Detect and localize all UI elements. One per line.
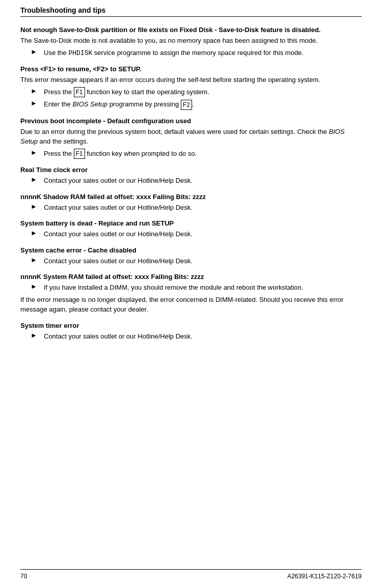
page-title: Troubleshooting and tips	[20, 6, 105, 14]
section-heading-5: nnnnK Shadow RAM failed at offset: xxxx …	[20, 193, 362, 201]
section-heading-3: Previous boot incomplete - Default confi…	[20, 117, 362, 125]
footer-doc-number: A26391-K115-Z120-2-7619	[287, 573, 362, 580]
bullet-text: Press the F1 function key to start the o…	[44, 87, 209, 98]
bullet-arrow-icon: ►	[31, 256, 41, 266]
section-heading-1: Not enough Save-to-Disk partition or fil…	[20, 26, 362, 34]
bullet-arrow-icon: ►	[31, 203, 41, 213]
section-cache-error: System cache error - Cache disabled ► Co…	[20, 246, 362, 266]
list-item: ► Enter the BIOS Setup programme by pres…	[20, 99, 362, 110]
section-3-para-1: Due to an error during the previous syst…	[20, 127, 362, 147]
list-item: ► Press the F1 function key to start the…	[20, 87, 362, 98]
section-2-para-1: This error message appears if an error o…	[20, 75, 362, 85]
section-system-ram: nnnnK System RAM failed at offset: xxxx …	[20, 273, 362, 315]
list-item: ► Contact your sales outlet or our Hotli…	[20, 176, 362, 186]
section-system-timer: System timer error ► Contact your sales …	[20, 322, 362, 342]
bullet-text: Contact your sales outlet or our Hotline…	[44, 176, 193, 186]
bullet-text: Use the PHDISK service programme to assi…	[44, 48, 304, 59]
bullet-text: Contact your sales outlet or our Hotline…	[44, 229, 193, 239]
page-header: Troubleshooting and tips	[20, 0, 362, 17]
bullet-text: Contact your sales outlet or our Hotline…	[44, 203, 193, 213]
section-system-battery: System battery is dead - Replace and run…	[20, 219, 362, 239]
bullet-text: Contact your sales outlet or our Hotline…	[44, 331, 193, 342]
list-item: ► Use the PHDISK service programme to as…	[20, 48, 362, 59]
list-item: ► If you have installed a DIMM, you shou…	[20, 283, 362, 293]
section-heading-6: System battery is dead - Replace and run…	[20, 219, 362, 227]
bullet-text: Enter the BIOS Setup programme by pressi…	[44, 99, 194, 110]
bullet-text: Contact your sales outlet or our Hotline…	[44, 256, 193, 266]
bullet-arrow-icon: ►	[31, 48, 41, 59]
section-heading-2: Press <F1> to resume, <F2> to SETUP.	[20, 65, 362, 73]
section-shadow-ram: nnnnK Shadow RAM failed at offset: xxxx …	[20, 193, 362, 213]
bullet-arrow-icon: ►	[31, 99, 41, 110]
footer-page-number: 70	[20, 573, 27, 580]
bullet-arrow-icon: ►	[31, 176, 41, 186]
page-footer: 70 A26391-K115-Z120-2-7619	[20, 569, 362, 580]
list-item: ► Contact your sales outlet or our Hotli…	[20, 229, 362, 239]
content-area: Not enough Save-to-Disk partition or fil…	[20, 26, 362, 341]
bullet-arrow-icon: ►	[31, 87, 41, 98]
section-real-time-clock: Real Time clock error ► Contact your sal…	[20, 166, 362, 186]
section-8-trailing-para: If the error message is no longer displa…	[20, 295, 362, 315]
bullet-text: Press the F1 function key when prompted …	[44, 149, 197, 159]
bullet-arrow-icon: ►	[31, 229, 41, 239]
section-heading-4: Real Time clock error	[20, 166, 362, 174]
bullet-arrow-icon: ►	[31, 331, 41, 342]
list-item: ► Contact your sales outlet or our Hotli…	[20, 331, 362, 342]
section-press-f1-f2: Press <F1> to resume, <F2> to SETUP. Thi…	[20, 65, 362, 110]
section-1-para-1: The Save-to-Disk mode is not available t…	[20, 36, 362, 46]
section-previous-boot: Previous boot incomplete - Default confi…	[20, 117, 362, 159]
bullet-text: If you have installed a DIMM, you should…	[44, 283, 303, 293]
section-heading-8: nnnnK System RAM failed at offset: xxxx …	[20, 273, 362, 281]
list-item: ► Contact your sales outlet or our Hotli…	[20, 256, 362, 266]
section-not-enough-save: Not enough Save-to-Disk partition or fil…	[20, 26, 362, 58]
section-heading-7: System cache error - Cache disabled	[20, 246, 362, 254]
bullet-arrow-icon: ►	[31, 283, 41, 293]
bullet-arrow-icon: ►	[31, 149, 41, 159]
section-heading-9: System timer error	[20, 322, 362, 329]
list-item: ► Press the F1 function key when prompte…	[20, 149, 362, 159]
list-item: ► Contact your sales outlet or our Hotli…	[20, 203, 362, 213]
